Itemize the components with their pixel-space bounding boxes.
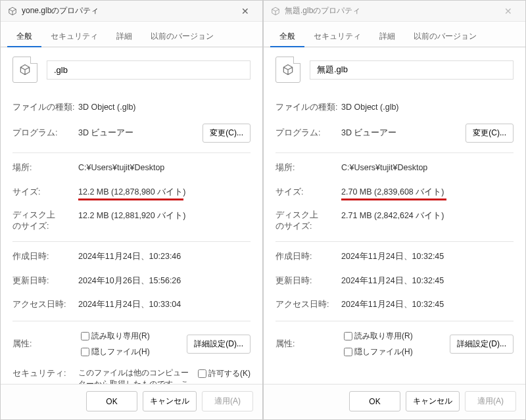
properties-dialog-right: 無題.glbのプロパティ ✕ 全般 セキュリティ 詳細 以前のバージョン ファイ… xyxy=(263,0,526,420)
value-location: C:¥Users¥tujit¥Desktop xyxy=(78,162,251,174)
value-disk-size: 12.2 MB (12,881,920 バイト) xyxy=(78,210,251,222)
value-size: 2.70 MB (2,839,608 バイト) xyxy=(341,186,514,198)
separator xyxy=(275,241,514,242)
separator xyxy=(275,321,514,321)
change-program-button[interactable]: 変更(C)... xyxy=(203,124,251,143)
label-size: サイズ: xyxy=(275,186,341,198)
label-filetype: ファイルの種類: xyxy=(275,101,341,114)
tab-details[interactable]: 詳細 xyxy=(107,27,141,47)
advanced-button[interactable]: 詳細設定(D)... xyxy=(450,335,514,354)
readonly-checkbox[interactable] xyxy=(344,332,352,340)
apply-button[interactable]: 適用(A) xyxy=(465,391,516,411)
change-program-button[interactable]: 変更(C)... xyxy=(466,124,514,143)
label-modified: 更新日時: xyxy=(275,275,341,287)
ok-button[interactable]: OK xyxy=(349,391,400,411)
close-button[interactable]: ✕ xyxy=(496,2,520,20)
label-filetype: ファイルの種類: xyxy=(12,101,78,114)
label-modified: 更新日時: xyxy=(12,275,78,287)
value-accessed: 2024年11月24日、10:32:45 xyxy=(341,298,514,311)
dialog-title: yone.glbのプロパティ xyxy=(22,5,233,16)
separator xyxy=(12,152,251,153)
label-program: プログラム: xyxy=(275,127,341,139)
titlebar: yone.glbのプロパティ ✕ xyxy=(1,1,262,22)
value-modified: 2024年11月24日、10:32:45 xyxy=(341,275,514,287)
tab-details[interactable]: 詳細 xyxy=(370,27,404,47)
hidden-checkbox[interactable] xyxy=(344,348,352,356)
label-location: 場所: xyxy=(275,162,341,174)
value-created: 2024年11月24日、10:32:45 xyxy=(341,250,514,263)
titlebar: 無題.glbのプロパティ ✕ xyxy=(264,1,525,22)
label-size: サイズ: xyxy=(12,186,78,198)
file-icon xyxy=(275,57,300,83)
hidden-checkbox-wrap[interactable]: 隠しファイル(H) xyxy=(81,346,150,358)
value-program: 3D ビューアー xyxy=(341,127,466,139)
label-created: 作成日時: xyxy=(12,250,78,263)
dialog-footer: OK キャンセル 適用(A) xyxy=(264,384,525,419)
tabs: 全般 セキュリティ 詳細 以前のバージョン xyxy=(264,22,525,47)
file-type-icon xyxy=(270,6,281,16)
label-attributes: 属性: xyxy=(275,338,341,350)
tab-previous-versions[interactable]: 以前のバージョン xyxy=(404,27,486,47)
general-tab-content: ファイルの種類:3D Object (.glb) プログラム: 3D ビューアー… xyxy=(1,47,262,384)
label-created: 作成日時: xyxy=(275,250,341,263)
advanced-button[interactable]: 詳細設定(D)... xyxy=(187,335,251,354)
hidden-checkbox[interactable] xyxy=(81,348,89,356)
label-accessed: アクセス日時: xyxy=(12,298,78,311)
tab-security[interactable]: セキュリティ xyxy=(304,27,370,47)
dialog-footer: OK キャンセル 適用(A) xyxy=(1,384,262,419)
dialog-title: 無題.glbのプロパティ xyxy=(285,5,496,16)
allow-checkbox[interactable] xyxy=(198,369,206,378)
label-attributes: 属性: xyxy=(12,338,78,350)
properties-dialog-left: yone.glbのプロパティ ✕ 全般 セキュリティ 詳細 以前のバージョン フ… xyxy=(0,0,263,420)
value-modified: 2024年10月26日、15:56:26 xyxy=(78,275,251,287)
label-security: セキュリティ: xyxy=(12,367,78,380)
file-type-icon xyxy=(7,6,18,16)
file-icon xyxy=(12,57,37,83)
value-created: 2024年11月24日、10:23:46 xyxy=(78,250,251,263)
tab-previous-versions[interactable]: 以前のバージョン xyxy=(141,27,223,47)
readonly-checkbox-wrap[interactable]: 読み取り専用(R) xyxy=(344,330,413,342)
separator xyxy=(12,241,251,242)
cancel-button[interactable]: キャンセル xyxy=(143,391,197,411)
filename-input[interactable] xyxy=(310,60,514,80)
value-disk-size: 2.71 MB (2,842,624 バイト) xyxy=(341,210,514,222)
tab-general[interactable]: 全般 xyxy=(7,27,41,47)
value-filetype: 3D Object (.glb) xyxy=(341,101,514,114)
tabs: 全般 セキュリティ 詳細 以前のバージョン xyxy=(1,22,262,47)
highlight-underline xyxy=(341,198,446,200)
general-tab-content: ファイルの種類:3D Object (.glb) プログラム: 3D ビューアー… xyxy=(264,47,525,384)
cancel-button[interactable]: キャンセル xyxy=(406,391,460,411)
security-text: このファイルは他のコンピューターから取得したものです。このコンピューターを保護す… xyxy=(78,367,198,384)
label-disk-size: ディスク上のサイズ: xyxy=(275,210,341,231)
allow-checkbox-wrap[interactable]: 許可する(K) xyxy=(198,367,251,379)
close-button[interactable]: ✕ xyxy=(233,2,257,20)
value-program: 3D ビューアー xyxy=(78,127,203,139)
readonly-checkbox-wrap[interactable]: 読み取り専用(R) xyxy=(81,330,150,342)
tab-security[interactable]: セキュリティ xyxy=(41,27,107,47)
tab-general[interactable]: 全般 xyxy=(270,27,304,47)
ok-button[interactable]: OK xyxy=(86,391,137,411)
readonly-checkbox[interactable] xyxy=(81,332,89,340)
separator xyxy=(275,152,514,153)
highlight-underline xyxy=(78,198,183,200)
label-disk-size: ディスク上のサイズ: xyxy=(12,210,78,231)
value-accessed: 2024年11月24日、10:33:04 xyxy=(78,298,251,311)
label-accessed: アクセス日時: xyxy=(275,298,341,311)
hidden-checkbox-wrap[interactable]: 隠しファイル(H) xyxy=(344,346,413,358)
filename-input[interactable] xyxy=(47,60,251,80)
label-program: プログラム: xyxy=(12,127,78,139)
value-filetype: 3D Object (.glb) xyxy=(78,101,251,114)
value-location: C:¥Users¥tujit¥Desktop xyxy=(341,162,514,174)
value-size: 12.2 MB (12,878,980 バイト) xyxy=(78,186,251,198)
label-location: 場所: xyxy=(12,162,78,174)
apply-button[interactable]: 適用(A) xyxy=(202,391,253,411)
separator xyxy=(12,321,251,321)
